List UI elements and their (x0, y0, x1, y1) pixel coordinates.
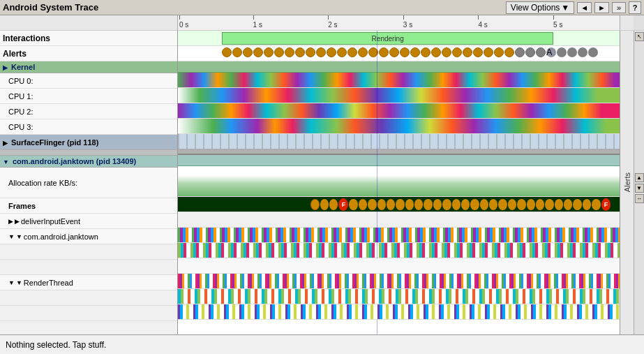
alert-circle (410, 47, 420, 57)
cpu0-trace-row[interactable] (178, 73, 620, 88)
separator-trace (178, 149, 620, 155)
janktown-thread-trace-row-label (0, 244, 177, 260)
allocation-rate-trace-row[interactable] (178, 166, 620, 197)
alert-circle (337, 47, 347, 57)
frame-F-red2: F (601, 198, 611, 211)
help-button[interactable]: ? (629, 1, 641, 14)
alert-circle (232, 47, 242, 57)
alert-circle (515, 47, 525, 57)
alert-circle (588, 47, 598, 57)
alert-circle (358, 47, 368, 57)
timeline-header-row: 0 s 1 s 2 s 3 s 4 s 5 s (0, 15, 644, 31)
interactions-label: Interactions (3, 34, 50, 43)
kernel-expand-icon (3, 63, 9, 71)
scroll-expand-button[interactable]: ↔ (635, 194, 644, 203)
alert-circle (306, 47, 315, 57)
surface-flinger-header[interactable]: SurfaceFlinger (pid 118) (0, 135, 177, 150)
content-area: Interactions Alerts Kernel CPU 0: CPU 1: (0, 31, 644, 334)
alert-circle (327, 47, 336, 57)
alert-circle (400, 47, 410, 57)
alert-circle (484, 47, 493, 57)
interactions-label-row: Interactions (0, 31, 177, 46)
alerts-label-row: Alerts (0, 46, 177, 61)
alerts-label: Alerts (3, 49, 27, 59)
toolbar-controls: View Options ▼ ◄ ► » ? (506, 1, 641, 14)
alerts-circles-row: A (222, 47, 598, 57)
alert-circle (274, 47, 284, 57)
alert-circle (295, 47, 305, 57)
interactions-trace-row[interactable]: Rendering (178, 31, 620, 46)
alerts-trace-row[interactable]: // Will be drawn via inline circles (178, 46, 620, 61)
frame-F-red: F (338, 198, 348, 211)
janktown-expand-icon (3, 157, 10, 165)
alerts-sidebar-label: Alerts (623, 172, 631, 192)
deliver-input-event-trace-row[interactable] (178, 212, 620, 228)
alert-circle-A: A (546, 47, 556, 57)
janktown-thread-trace-row2[interactable] (178, 243, 620, 258)
alerts-sidebar-panel: Alerts (620, 31, 634, 334)
janktown-thread-trace-row-label2 (0, 260, 177, 275)
allocation-rate-label-row: Allocation rate KB/s: (0, 168, 177, 198)
separator-row (0, 150, 177, 156)
status-text: Nothing selected. Tap stuff. (6, 340, 106, 350)
alert-circle (463, 47, 472, 57)
render-thread-trace-row2[interactable] (178, 289, 620, 304)
kernel-section-header[interactable]: Kernel (0, 61, 177, 73)
surface-flinger-trace-row[interactable] (178, 134, 620, 149)
rendering-bar: Rendering (222, 32, 553, 45)
alert-circle (389, 47, 399, 57)
alert-circle (473, 47, 483, 57)
cpu3-trace-row[interactable] (178, 119, 620, 134)
time-tick-5: 5 s (553, 21, 562, 29)
nav-right-button[interactable]: ► (594, 2, 609, 13)
render-thread-trace-row-label3 (0, 321, 177, 334)
main-area: 0 s 1 s 2 s 3 s 4 s 5 s Interactions Ale… (0, 15, 644, 334)
time-tick-0: 0 s (179, 21, 188, 29)
time-tick-2: 2 s (328, 21, 337, 29)
scrollbar-panel: ↖ ▲ ▼ ↔ (634, 31, 644, 334)
cpu1-label-row: CPU 1: (0, 89, 177, 104)
scroll-down-button[interactable]: ▼ (635, 184, 644, 193)
alert-circle (253, 47, 263, 57)
time-tick-3: 3 s (403, 21, 412, 29)
alert-circle (264, 47, 274, 57)
janktown-thread-label-row: ▼ com.android.janktown (0, 229, 177, 244)
alert-circle (379, 47, 389, 57)
frames-trace-row[interactable]: F (178, 197, 620, 212)
render-thread-trace-row-label2 (0, 306, 177, 321)
render-thread-trace-row3[interactable] (178, 304, 620, 320)
nav-left-button[interactable]: ◄ (577, 2, 592, 13)
trace-canvas[interactable]: Rendering // Will be drawn via inline ci… (178, 31, 620, 334)
alert-circle (578, 47, 587, 57)
cpu2-trace-row[interactable] (178, 103, 620, 119)
nav-expand-button[interactable]: » (612, 2, 626, 13)
alert-circle (243, 47, 253, 57)
alert-circle (431, 47, 441, 57)
alert-circle (285, 47, 294, 57)
janktown-thread-trace-row[interactable] (178, 228, 620, 243)
cpu2-label-row: CPU 2: (0, 104, 177, 119)
view-options-button[interactable]: View Options ▼ (506, 1, 574, 14)
surface-flinger-expand-icon (3, 138, 9, 147)
alert-circle (316, 47, 326, 57)
frames-label-row: Frames (0, 198, 177, 214)
timeline-header: 0 s 1 s 2 s 3 s 4 s 5 s (178, 15, 620, 31)
cpu0-label-row: CPU 0: (0, 73, 177, 89)
alert-circle (442, 47, 451, 57)
app-title: Android System Trace (3, 2, 98, 13)
alert-circle-large (567, 47, 577, 57)
render-thread-header-trace[interactable] (178, 258, 620, 274)
render-thread-label-row: ▼ RenderThread (0, 275, 177, 290)
janktown-header[interactable]: com.android.janktown (pid 13409) (0, 156, 177, 168)
render-thread-trace-row1[interactable] (178, 274, 620, 289)
alert-circle (536, 47, 546, 57)
scroll-up-button[interactable]: ▲ (635, 173, 644, 182)
scroll-cursor-button[interactable]: ↖ (635, 32, 644, 41)
frame-circles: F (310, 198, 611, 212)
deliver-input-event-label-row: ▶ deliverInputEvent (0, 214, 177, 229)
cpu1-trace-row[interactable] (178, 88, 620, 103)
render-thread-trace-row-label (0, 290, 177, 306)
janktown-header-trace (178, 155, 620, 166)
alert-circle (504, 47, 514, 57)
alert-circle (347, 47, 357, 57)
